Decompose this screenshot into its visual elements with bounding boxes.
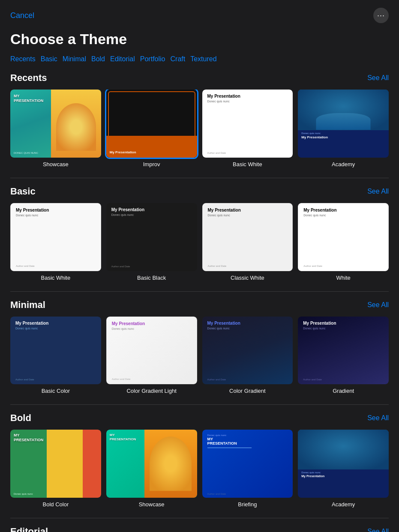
card-thumb-briefing: Donec quis nunc MYPRESENTATION Author an… xyxy=(202,430,293,498)
minimal-see-all[interactable]: See All xyxy=(367,301,389,309)
card-basic-white[interactable]: My Presentation Donec quis nunc Author a… xyxy=(10,203,101,281)
card-basic-white-recent[interactable]: My Presentation Donec quis nunc Author a… xyxy=(202,90,293,167)
card-gradient[interactable]: My Presentation Donec quis nunc Author a… xyxy=(298,317,389,395)
card-showcase-bold[interactable]: MYPRESENTATION Showcase xyxy=(106,430,197,508)
card-thumb-showcase: MYPRESENTATION DONEC QUIS NUNC xyxy=(10,90,101,158)
card-thumb-basic-black: My Presentation Donec quis nunc Author a… xyxy=(106,203,197,271)
minimal-cards-row: My Presentation Donec quis nunc Author a… xyxy=(10,317,389,395)
recents-section: Recents See All MYPRESENTATION DONEC QUI… xyxy=(0,72,399,178)
card-thumb-improv: My Presentation xyxy=(106,90,197,158)
card-thumb-white: My Presentation Donec quis nunc Author a… xyxy=(298,203,389,271)
card-thumb-basic-color: My Presentation Donec quis nunc Author a… xyxy=(10,317,101,385)
card-label-gradient: Gradient xyxy=(298,388,389,394)
bold-see-all[interactable]: See All xyxy=(367,414,389,422)
tab-portfolio[interactable]: Portfolio xyxy=(140,54,171,65)
card-label-briefing: Briefing xyxy=(202,501,293,508)
bold-title: Bold xyxy=(10,412,31,424)
card-label-classic-white: Classic White xyxy=(202,275,293,281)
card-bold-color[interactable]: MYPRESENTATION Donec quis nunc Bold Colo… xyxy=(10,430,101,508)
card-thumb-academy-recent: Donec quis nunc My Presentation xyxy=(298,90,389,158)
card-thumb-basic-white: My Presentation Donec quis nunc Author a… xyxy=(10,203,101,271)
card-improv[interactable]: My Presentation Improv xyxy=(106,90,197,167)
top-bar: Cancel ··· xyxy=(0,0,399,27)
card-label-academy-recent: Academy xyxy=(298,161,389,167)
basic-header: Basic See All xyxy=(10,186,389,197)
cancel-button[interactable]: Cancel xyxy=(10,11,34,20)
card-thumb-color-gradient: My Presentation Donec quis nunc Author a… xyxy=(202,317,293,385)
page-title: Choose a Theme xyxy=(0,27,399,54)
recents-see-all[interactable]: See All xyxy=(367,74,389,82)
card-label-basic-white-recent: Basic White xyxy=(202,161,293,167)
card-label-basic-white: Basic White xyxy=(10,275,101,281)
card-thumb-academy-bold: Donec quis nunc My Presentation xyxy=(298,430,389,498)
card-label-bold-color: Bold Color xyxy=(10,501,101,508)
tab-basic[interactable]: Basic xyxy=(41,54,63,65)
divider-bold-editorial xyxy=(10,518,389,518)
basic-title: Basic xyxy=(10,186,36,197)
editorial-header: Editorial See All xyxy=(10,526,389,532)
tab-recents[interactable]: Recents xyxy=(10,54,41,65)
card-thumb-classic-white: My Presentation Donec quis nunc Author a… xyxy=(202,203,293,271)
tab-craft[interactable]: Craft xyxy=(171,54,191,65)
recents-header: Recents See All xyxy=(10,72,389,84)
minimal-section: Minimal See All My Presentation Donec qu… xyxy=(0,299,399,405)
divider-basic-minimal xyxy=(10,291,389,292)
minimal-header: Minimal See All xyxy=(10,299,389,311)
card-label-showcase-recent: Showcase xyxy=(10,161,101,167)
bold-section: Bold See All MYPRESENTATION Donec quis n… xyxy=(0,412,399,518)
editorial-section: Editorial See All My Presentation Donec … xyxy=(0,526,399,532)
card-label-color-gradient-light: Color Gradient Light xyxy=(106,388,197,394)
basic-section: Basic See All My Presentation Donec quis… xyxy=(0,186,399,291)
card-label-white: White xyxy=(298,275,389,281)
card-thumb-basic-white-recent: My Presentation Donec quis nunc Author a… xyxy=(202,90,293,158)
card-academy-recent[interactable]: Donec quis nunc My Presentation Academy xyxy=(298,90,389,167)
card-thumb-color-gradient-light: My Presentation Donec quis nunc Author a… xyxy=(106,317,197,385)
card-label-basic-color: Basic Color xyxy=(10,388,101,394)
recents-title: Recents xyxy=(10,72,47,84)
divider-minimal-bold xyxy=(10,404,389,405)
tab-minimal[interactable]: Minimal xyxy=(63,54,91,65)
card-label-showcase-bold: Showcase xyxy=(106,501,197,508)
more-button[interactable]: ··· xyxy=(373,8,389,23)
card-color-gradient[interactable]: My Presentation Donec quis nunc Author a… xyxy=(202,317,293,395)
card-classic-white[interactable]: My Presentation Donec quis nunc Author a… xyxy=(202,203,293,281)
card-label-improv: Improv xyxy=(106,161,197,167)
bold-cards-row: MYPRESENTATION Donec quis nunc Bold Colo… xyxy=(10,430,389,508)
editorial-title: Editorial xyxy=(10,526,48,532)
card-showcase-recent[interactable]: MYPRESENTATION DONEC QUIS NUNC Showcase xyxy=(10,90,101,167)
card-basic-color[interactable]: My Presentation Donec quis nunc Author a… xyxy=(10,317,101,395)
editorial-see-all[interactable]: See All xyxy=(367,528,389,532)
card-academy-bold[interactable]: Donec quis nunc My Presentation Academy xyxy=(298,430,389,508)
basic-see-all[interactable]: See All xyxy=(367,188,389,195)
card-color-gradient-light[interactable]: My Presentation Donec quis nunc Author a… xyxy=(106,317,197,395)
card-thumb-bold-color: MYPRESENTATION Donec quis nunc xyxy=(10,430,101,498)
card-thumb-showcase-bold: MYPRESENTATION xyxy=(106,430,197,498)
recents-cards-row: MYPRESENTATION DONEC QUIS NUNC Showcase … xyxy=(10,90,389,167)
card-label-basic-black: Basic Black xyxy=(106,275,197,281)
tab-textured[interactable]: Textured xyxy=(190,54,222,65)
bold-header: Bold See All xyxy=(10,412,389,424)
tab-editorial[interactable]: Editorial xyxy=(110,54,140,65)
tab-bold[interactable]: Bold xyxy=(91,54,110,65)
card-basic-black[interactable]: My Presentation Donec quis nunc Author a… xyxy=(106,203,197,281)
card-thumb-gradient: My Presentation Donec quis nunc Author a… xyxy=(298,317,389,385)
divider-recents-basic xyxy=(10,178,389,178)
card-label-academy-bold: Academy xyxy=(298,501,389,508)
minimal-title: Minimal xyxy=(10,299,45,311)
card-white[interactable]: My Presentation Donec quis nunc Author a… xyxy=(298,203,389,281)
card-briefing[interactable]: Donec quis nunc MYPRESENTATION Author an… xyxy=(202,430,293,508)
card-label-color-gradient: Color Gradient xyxy=(202,388,293,394)
basic-cards-row: My Presentation Donec quis nunc Author a… xyxy=(10,203,389,281)
nav-tabs: Recents Basic Minimal Bold Editorial Por… xyxy=(0,54,399,72)
